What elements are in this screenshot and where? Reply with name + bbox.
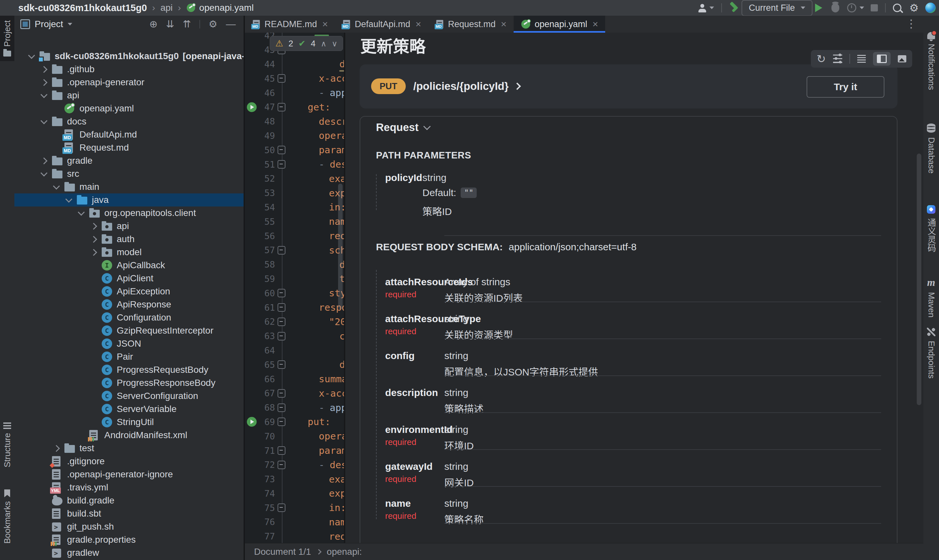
fold-marker-icon[interactable] (278, 461, 285, 469)
editor-tab[interactable]: DefaultApi.md × (335, 16, 428, 33)
tree-row[interactable]: .travis.yml (14, 481, 244, 494)
tree-chevron-icon[interactable] (40, 79, 48, 86)
profiler-button[interactable] (847, 3, 856, 12)
next-problem-icon[interactable] (332, 38, 338, 49)
tree-row[interactable]: .openapi-generator (14, 76, 244, 89)
tool-stripe-item[interactable]: Database (923, 123, 939, 174)
tree-row[interactable]: ApiCallback (14, 259, 244, 272)
tree-chevron-icon[interactable] (40, 157, 48, 164)
fold-marker-icon[interactable] (278, 418, 285, 426)
tree-row[interactable]: JSON (14, 337, 244, 350)
split-view-icon[interactable] (877, 55, 887, 63)
tree-row[interactable]: build.sbt (14, 507, 244, 520)
preview-scrollbar[interactable] (917, 154, 921, 405)
build-hammer-icon[interactable] (729, 3, 739, 13)
fold-marker-icon[interactable] (278, 289, 285, 297)
breadcrumb-dir[interactable]: api (160, 3, 173, 13)
endpoint-path[interactable]: /policies/{policyId} (413, 80, 520, 92)
tree-chevron-icon[interactable] (40, 169, 48, 177)
fold-marker-icon[interactable] (278, 503, 285, 512)
user-account-icon[interactable] (698, 4, 706, 12)
tool-stripe-structure[interactable]: Structure (0, 418, 14, 472)
editor-only-view-icon[interactable] (857, 55, 866, 63)
tree-row[interactable]: AndroidManifest.xml (14, 429, 244, 442)
tree-row[interactable]: ApiException (14, 285, 244, 298)
tree-chevron-icon[interactable] (90, 249, 97, 255)
tool-stripe-project[interactable]: Project (0, 16, 14, 61)
fold-marker-icon[interactable] (278, 246, 285, 254)
settings-gear-icon[interactable] (909, 3, 919, 13)
tool-stripe-item[interactable]: Endpoints (923, 328, 939, 378)
tree-row[interactable]: StringUtil (14, 415, 244, 429)
tree-chevron-icon[interactable] (40, 91, 48, 98)
chevron-down-icon[interactable] (860, 6, 864, 9)
debug-button[interactable] (831, 3, 839, 12)
tree-row[interactable]: ProgressResponseBody (14, 376, 244, 389)
tree-chevron-icon[interactable] (90, 235, 97, 242)
breadcrumb-file[interactable]: openapi.yaml (199, 3, 254, 13)
tree-row[interactable]: org.openapitools.client (14, 206, 244, 220)
tree-row[interactable]: ServerConfiguration (14, 389, 244, 403)
tree-row[interactable]: gradle.properties (14, 533, 244, 546)
tree-chevron-icon[interactable] (53, 183, 60, 189)
fold-marker-icon[interactable] (278, 74, 285, 83)
tree-row[interactable]: openapi.yaml (14, 102, 244, 115)
close-tab-icon[interactable]: × (322, 19, 328, 29)
search-everywhere-icon[interactable] (893, 4, 901, 12)
api-endpoint-run-icon[interactable] (247, 102, 257, 112)
chevron-down-icon[interactable] (68, 23, 72, 26)
preview-only-view-icon[interactable] (898, 55, 906, 62)
fold-marker-icon[interactable] (278, 403, 285, 412)
breadcrumb-project[interactable]: sdk-cu08326m1hkokaut15g0 (18, 3, 147, 13)
tree-row[interactable]: api (14, 89, 244, 102)
tree-row[interactable]: ServerVariable (14, 403, 244, 415)
hide-panel-icon[interactable] (226, 19, 236, 29)
tree-row[interactable]: src (14, 167, 244, 180)
tree-row[interactable]: sdk-cu08326m1hkokaut15g0 [openapi-java-c… (14, 50, 244, 63)
fold-marker-icon[interactable] (278, 332, 285, 340)
fold-marker-icon[interactable] (278, 146, 285, 154)
fold-marker-icon[interactable] (278, 360, 285, 369)
try-it-button[interactable]: Try it (806, 76, 884, 98)
tree-row[interactable]: DefaultApi.md (14, 128, 244, 141)
editor-scrollbar[interactable] (338, 184, 343, 309)
tree-row[interactable]: gradle (14, 154, 244, 167)
yaml-path-crumb[interactable]: openapi: (327, 547, 362, 557)
tree-row[interactable]: api (14, 220, 244, 232)
tree-row[interactable]: build.gradle (14, 494, 244, 507)
code-editor[interactable]: 42 43 44 d (245, 33, 344, 543)
tool-stripe-bookmarks[interactable]: Bookmarks (0, 485, 14, 548)
settings-sliders-icon[interactable] (833, 55, 842, 63)
tree-row[interactable]: Pair (14, 350, 244, 363)
document-position-crumb[interactable]: Document 1/1 (254, 547, 311, 557)
select-opened-file-icon[interactable] (150, 19, 157, 29)
tree-row[interactable]: ProgressRequestBody (14, 363, 244, 376)
tree-row[interactable]: gradlew (14, 546, 244, 559)
tree-row[interactable]: auth (14, 232, 244, 246)
tree-row[interactable]: Configuration (14, 311, 244, 324)
editor-tab[interactable]: openapi.yaml × (513, 16, 605, 33)
tree-row[interactable]: model (14, 246, 244, 259)
tree-chevron-icon[interactable] (53, 445, 60, 452)
collapse-all-icon[interactable] (183, 19, 191, 29)
run-configuration-select[interactable]: Current File (742, 0, 813, 16)
tree-row[interactable]: .github (14, 63, 244, 76)
fold-marker-icon[interactable] (278, 303, 285, 312)
fold-marker-icon[interactable] (278, 160, 285, 169)
tree-row[interactable]: ApiClient (14, 272, 244, 285)
fold-marker-icon[interactable] (278, 389, 285, 398)
expand-all-icon[interactable] (166, 19, 174, 29)
tree-row[interactable]: test (14, 442, 244, 455)
tool-stripe-item[interactable]: Maven (923, 277, 939, 318)
tree-row[interactable]: .openapi-generator-ignore (14, 468, 244, 481)
tree-chevron-icon[interactable] (28, 52, 35, 59)
tree-row[interactable]: .gitignore (14, 455, 244, 468)
tree-chevron-icon[interactable] (40, 66, 48, 72)
ide-avatar-sphere-icon[interactable] (925, 3, 936, 13)
tree-row[interactable]: main (14, 180, 244, 194)
chevron-down-icon[interactable] (709, 6, 714, 9)
close-tab-icon[interactable]: × (416, 19, 421, 29)
tree-chevron-icon[interactable] (65, 196, 72, 203)
tree-row[interactable]: ApiResponse (14, 298, 244, 311)
tree-row[interactable]: GzipRequestInterceptor (14, 324, 244, 337)
